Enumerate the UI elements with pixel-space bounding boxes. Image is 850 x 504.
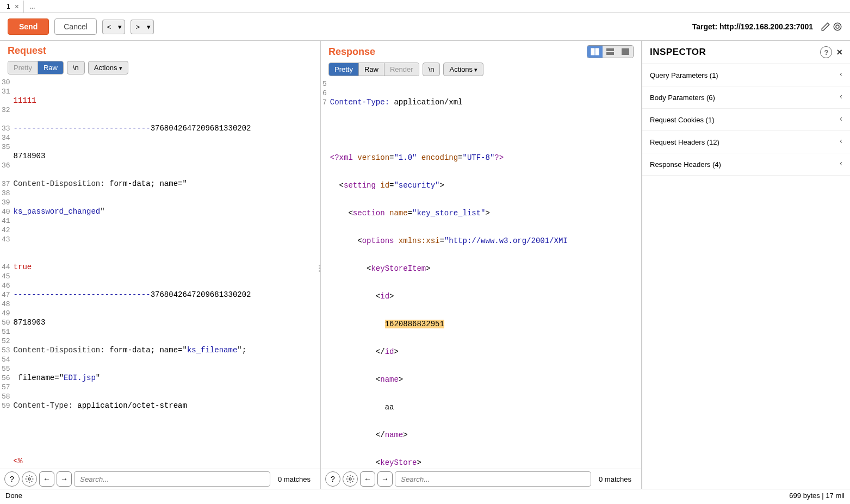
svg-point-0: [834, 23, 841, 30]
cancel-button[interactable]: Cancel: [54, 18, 97, 35]
main-area: Request Pretty Raw \n Actions 3031 3233 …: [0, 41, 850, 489]
target-label: Target: http://192.168.200.23:7001: [692, 22, 813, 31]
request-pretty-tab[interactable]: Pretty: [8, 61, 38, 74]
nav-back-dropdown[interactable]: ▾: [115, 20, 125, 34]
tab-bar: 1 × ...: [0, 0, 850, 13]
inspector-query-params[interactable]: Query Parameters (1)›: [642, 64, 850, 86]
request-code[interactable]: 3031 3233 3435 36 3738 3940 4142 43 44 4…: [0, 78, 320, 469]
layout-single-icon[interactable]: [618, 46, 633, 58]
chevron-down-icon: ›: [840, 93, 842, 102]
inspector-panel: INSPECTOR ? × Query Parameters (1)› Body…: [642, 41, 850, 489]
request-raw-tab[interactable]: Raw: [38, 61, 63, 74]
layout-toggle: [587, 45, 634, 58]
svg-rect-5: [606, 48, 614, 51]
close-icon[interactable]: ×: [15, 2, 19, 11]
request-matches: 0 matches: [272, 475, 316, 483]
nav-forward-dropdown[interactable]: ▾: [144, 20, 154, 34]
tab-1[interactable]: 1 ×: [2, 1, 24, 13]
svg-point-2: [28, 478, 30, 480]
response-newline-toggle[interactable]: \n: [423, 63, 440, 76]
tab-label: 1: [7, 3, 10, 10]
request-search-input[interactable]: [74, 471, 270, 487]
toolbar: Send Cancel < ▾ > ▾ Target: http://192.1…: [0, 13, 850, 41]
close-icon[interactable]: ×: [836, 47, 842, 58]
response-render-tab[interactable]: Render: [384, 63, 419, 76]
response-pretty-tab[interactable]: Pretty: [329, 63, 359, 76]
nav-forward-button[interactable]: >: [131, 20, 144, 34]
inspector-request-headers[interactable]: Request Headers (12)›: [642, 131, 850, 153]
inspector-body-params[interactable]: Body Parameters (6)›: [642, 86, 850, 109]
target-icon[interactable]: [833, 22, 842, 32]
request-gutter: 3031 3233 3435 36 3738 3940 4142 43 44 4…: [0, 78, 14, 469]
request-newline-toggle[interactable]: \n: [67, 61, 85, 74]
chevron-down-icon: ›: [840, 115, 842, 124]
inspector-response-headers[interactable]: Response Headers (4)›: [642, 153, 850, 176]
svg-rect-3: [591, 48, 594, 55]
svg-rect-7: [622, 48, 629, 55]
gear-icon[interactable]: [22, 471, 37, 487]
chevron-down-icon: ›: [840, 71, 842, 79]
gear-icon[interactable]: [343, 471, 358, 487]
response-footer: ? ← → 0 matches: [321, 469, 641, 489]
response-lines: Content-Type: application/xml <?xml vers…: [330, 79, 641, 469]
help-icon[interactable]: ?: [820, 46, 832, 58]
request-actions-menu[interactable]: Actions: [88, 61, 128, 74]
layout-rows-icon[interactable]: [603, 46, 618, 58]
status-bytes: 699 bytes | 17 mil: [789, 491, 845, 500]
response-title: Response: [328, 46, 587, 58]
tab-overflow[interactable]: ...: [24, 2, 41, 10]
svg-rect-6: [606, 52, 614, 55]
chevron-down-icon: ›: [840, 138, 842, 146]
request-lines: 11111 ------------------------------3768…: [14, 78, 320, 469]
arrow-left-icon[interactable]: ←: [360, 471, 375, 487]
svg-point-8: [349, 478, 351, 480]
response-gutter: 567: [321, 79, 330, 469]
response-matches: 0 matches: [593, 475, 637, 483]
nav-forward-group: > ▾: [131, 20, 154, 34]
response-code[interactable]: 567 Content-Type: application/xml <?xml …: [321, 79, 641, 469]
request-footer: ? ← → 0 matches: [0, 469, 320, 489]
nav-back-group: < ▾: [102, 20, 126, 34]
help-icon[interactable]: ?: [4, 471, 20, 487]
response-actions-menu[interactable]: Actions: [443, 63, 483, 76]
svg-point-1: [836, 25, 839, 28]
chevron-down-icon: ›: [840, 160, 842, 169]
arrow-left-icon[interactable]: ←: [39, 471, 54, 487]
arrow-right-icon[interactable]: →: [377, 471, 393, 487]
response-search-input[interactable]: [395, 471, 591, 487]
nav-back-button[interactable]: <: [102, 20, 116, 34]
status-bar: Done 699 bytes | 17 mil: [0, 489, 850, 502]
request-panel: Request Pretty Raw \n Actions 3031 3233 …: [0, 41, 321, 489]
request-title: Request: [8, 45, 313, 57]
pencil-icon[interactable]: [821, 22, 830, 32]
status-done: Done: [5, 491, 22, 500]
response-panel: Response Pretty Raw Render \n Actions 56…: [321, 41, 642, 489]
arrow-right-icon[interactable]: →: [57, 471, 72, 487]
response-raw-tab[interactable]: Raw: [359, 63, 384, 76]
layout-columns-icon[interactable]: [587, 46, 603, 58]
svg-rect-4: [595, 48, 599, 55]
send-button[interactable]: Send: [8, 18, 49, 35]
inspector-request-cookies[interactable]: Request Cookies (1)›: [642, 109, 850, 131]
help-icon[interactable]: ?: [325, 471, 340, 487]
inspector-title: INSPECTOR: [650, 47, 820, 58]
